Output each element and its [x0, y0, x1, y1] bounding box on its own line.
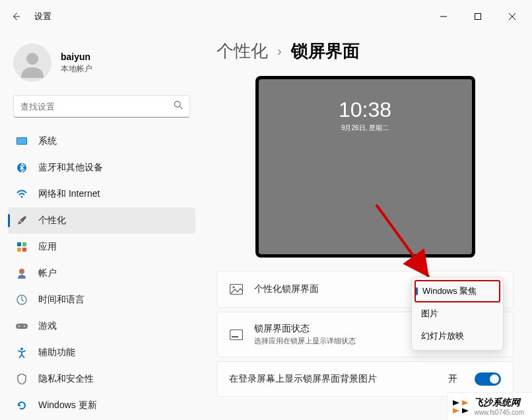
sidebar-item-label: 帐户 — [38, 267, 57, 279]
avatar — [13, 44, 51, 82]
user-name: baiyun — [61, 52, 92, 62]
sidebar-item-bluetooth[interactable]: 蓝牙和其他设备 — [8, 155, 195, 181]
sidebar-item-label: 时间和语言 — [38, 294, 84, 306]
svg-point-15 — [19, 269, 24, 274]
maximize-icon — [475, 13, 481, 20]
arrow-left-icon — [11, 12, 20, 21]
sidebar-item-time-language[interactable]: 时间和语言 — [8, 287, 195, 313]
sidebar-item-personalization[interactable]: 个性化 — [8, 207, 195, 234]
sidebar-item-label: 网络和 Internet — [38, 188, 100, 200]
svg-rect-23 — [230, 330, 243, 339]
display-icon — [16, 135, 28, 147]
toggle-label: 开 — [448, 373, 457, 385]
watermark: 飞沙系统网 www.fs0745.com — [447, 392, 532, 420]
personalize-lock-screen-card[interactable]: 个性化锁屏界面 Windows 聚焦 图片 幻灯片放映 — [216, 271, 514, 308]
watermark-url: www.fs0745.com — [474, 409, 524, 416]
user-icon — [17, 48, 48, 78]
user-type: 本地帐户 — [61, 63, 92, 75]
minimize-button[interactable] — [429, 6, 458, 27]
sidebar-item-windows-update[interactable]: Windows 更新 — [8, 392, 195, 415]
sidebar-item-label: 系统 — [38, 135, 57, 147]
maximize-button[interactable] — [463, 6, 492, 27]
shield-icon — [16, 373, 28, 385]
svg-rect-11 — [17, 242, 21, 246]
bluetooth-icon — [16, 162, 28, 174]
sidebar-item-label: 应用 — [38, 241, 57, 253]
watermark-title: 飞沙系统网 — [474, 397, 524, 409]
breadcrumb-parent[interactable]: 个性化 — [216, 40, 268, 63]
svg-rect-17 — [16, 324, 28, 329]
accessibility-icon — [16, 347, 28, 359]
person-icon — [16, 267, 28, 279]
svg-rect-13 — [17, 248, 21, 252]
sidebar-item-label: 个性化 — [38, 215, 66, 227]
page-title: 锁屏界面 — [291, 40, 360, 63]
lock-screen-preview: 10:38 9月26日, 星期二 — [255, 76, 475, 258]
apps-icon — [16, 241, 28, 253]
clock-globe-icon — [16, 294, 28, 306]
svg-point-4 — [26, 53, 38, 65]
sidebar-item-apps[interactable]: 应用 — [8, 234, 195, 260]
sidebar-item-system[interactable]: 系统 — [8, 128, 195, 155]
svg-line-6 — [180, 106, 182, 109]
svg-rect-8 — [17, 138, 26, 144]
search-input[interactable] — [20, 102, 174, 112]
show-background-on-signin-card: 在登录屏幕上显示锁屏界面背景图片 开 — [216, 361, 514, 397]
sidebar-item-network[interactable]: 网络和 Internet — [8, 181, 195, 207]
back-button[interactable] — [5, 6, 26, 27]
wifi-icon — [16, 188, 28, 200]
sidebar-item-label: 游戏 — [38, 320, 57, 332]
svg-point-22 — [233, 287, 235, 289]
close-icon — [509, 13, 515, 20]
sidebar-item-accounts[interactable]: 帐户 — [8, 260, 195, 287]
background-type-dropdown[interactable]: Windows 聚焦 图片 幻灯片放映 — [411, 277, 504, 351]
dropdown-option-spotlight[interactable]: Windows 聚焦 — [415, 280, 500, 302]
preview-date: 9月26日, 星期二 — [341, 123, 389, 133]
status-icon — [229, 328, 244, 342]
sidebar-item-gaming[interactable]: 游戏 — [8, 313, 195, 339]
close-button[interactable] — [498, 6, 527, 27]
svg-point-18 — [18, 326, 20, 327]
sidebar-item-label: 隐私和安全性 — [38, 373, 94, 385]
watermark-logo-icon — [450, 396, 471, 417]
svg-point-10 — [21, 196, 23, 198]
svg-point-19 — [24, 326, 25, 327]
preview-time: 10:38 — [339, 98, 391, 122]
svg-rect-24 — [232, 336, 238, 337]
sidebar-item-label: Windows 更新 — [38, 400, 97, 411]
sidebar-item-label: 蓝牙和其他设备 — [38, 162, 103, 174]
show-background-toggle[interactable] — [475, 372, 501, 386]
card-title: 在登录屏幕上显示锁屏界面背景图片 — [229, 373, 438, 385]
sidebar-item-privacy[interactable]: 隐私和安全性 — [8, 366, 195, 392]
search-icon — [174, 100, 183, 112]
dropdown-option-picture[interactable]: 图片 — [415, 302, 500, 325]
breadcrumb: 个性化 › 锁屏界面 — [216, 40, 514, 63]
chevron-right-icon: › — [277, 44, 282, 59]
window-title: 设置 — [34, 11, 51, 22]
svg-rect-14 — [22, 248, 26, 252]
minimize-icon — [440, 13, 447, 20]
sidebar-item-accessibility[interactable]: 辅助功能 — [8, 339, 195, 366]
svg-point-5 — [174, 101, 180, 107]
dropdown-option-slideshow[interactable]: 幻灯片放映 — [415, 325, 500, 347]
svg-rect-1 — [475, 14, 481, 20]
svg-point-20 — [20, 348, 23, 351]
svg-rect-12 — [22, 242, 26, 246]
user-section[interactable]: baiyun 本地帐户 — [5, 38, 198, 95]
image-icon — [229, 282, 244, 297]
gamepad-icon — [16, 320, 28, 332]
search-box[interactable] — [13, 95, 190, 118]
update-icon — [16, 400, 28, 411]
sidebar-item-label: 辅助功能 — [38, 347, 75, 359]
paintbrush-icon — [16, 215, 28, 227]
